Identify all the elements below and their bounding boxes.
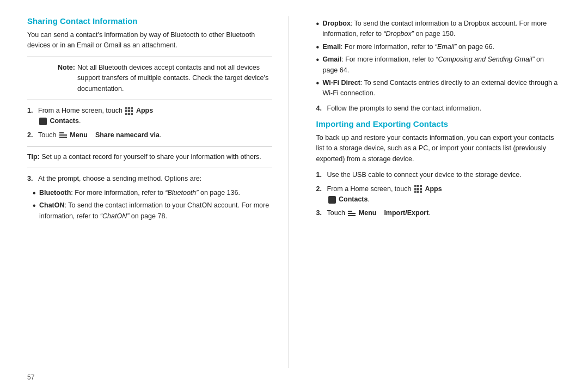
right-step-3-content: Touch Menu Import/Export.: [327, 208, 561, 218]
left-bullet-list: • Bluetooth: For more information, refer…: [33, 188, 272, 222]
contacts-icon: [39, 118, 47, 125]
tip-block: Tip: Set up a contact record for yoursel…: [27, 152, 272, 162]
bluetooth-text-after: on page 136.: [198, 189, 240, 197]
gmail-label: Gmail: [323, 56, 342, 63]
right-step-4: 4. Follow the prompts to send the contac…: [316, 103, 561, 114]
step-3-right-period: .: [428, 209, 430, 217]
dropbox-text-after: on page 150.: [414, 30, 455, 38]
bullet-dot-6: •: [316, 78, 323, 88]
step-3: 3. At the prompt, choose a sending metho…: [27, 174, 272, 184]
bullet-dot-3: •: [316, 19, 323, 29]
step-1-content: From a Home screen, touch Apps Contacts.: [38, 106, 272, 127]
right-section-intro: To back up and restore your contacts inf…: [316, 133, 561, 164]
right-step-2-content: From a Home screen, touch Apps Contacts.: [327, 184, 561, 205]
email-label: Email: [323, 43, 341, 51]
page-number: 57: [27, 373, 561, 381]
step-3-num: 3.: [27, 174, 38, 184]
bullet-bluetooth: • Bluetooth: For more information, refer…: [33, 188, 272, 198]
left-column: Sharing Contact Information You can send…: [27, 16, 289, 368]
bluetooth-label: Bluetooth: [39, 189, 71, 197]
email-text-after: on page 66.: [456, 43, 494, 51]
bullet-dot-4: •: [316, 42, 323, 52]
note-block: Note: Not all Bluetooth devices accept c…: [27, 63, 272, 94]
bullet-text-bluetooth: Bluetooth: For more information, refer t…: [39, 188, 272, 198]
steps-list: 1. From a Home screen, touch Apps Contac…: [27, 106, 272, 140]
dropbox-label: Dropbox: [323, 20, 351, 27]
bluetooth-italic: “Bluetooth”: [165, 189, 198, 197]
email-italic: “Email”: [435, 43, 457, 51]
chaton-label: ChatON: [39, 201, 65, 209]
bullet-text-dropbox: Dropbox: To send the contact information…: [323, 19, 561, 40]
bluetooth-text-before: : For more information, refer to: [71, 189, 165, 197]
note-label: Note:: [58, 64, 75, 71]
step-4-num: 4.: [316, 103, 327, 114]
bullet-text-wifidirect: Wi-Fi Direct: To send Contacts entries d…: [323, 78, 561, 99]
note-text: Note: Not all Bluetooth devices accept c…: [27, 63, 272, 94]
right-step-1-content: Use the USB cable to connect your device…: [327, 170, 561, 180]
step-1: 1. From a Home screen, touch Apps Contac…: [27, 106, 272, 127]
divider-1: [27, 57, 272, 57]
menu-icon-2: [348, 211, 356, 216]
page: Sharing Contact Information You can send…: [0, 0, 588, 392]
chaton-italic: “ChatON”: [100, 212, 129, 220]
right-bullet-list: • Dropbox: To send the contact informati…: [316, 19, 561, 99]
bullet-text-chaton: ChatON: To send the contact information …: [39, 200, 272, 222]
step-2: 2. Touch Menu Share namecard via.: [27, 130, 272, 140]
apps-label: Apps: [136, 107, 153, 114]
tip-label: Tip:: [27, 153, 40, 161]
step-1-num: 1.: [27, 106, 38, 116]
apps-grid-icon-2: [414, 185, 422, 193]
left-section-title: Sharing Contact Information: [27, 16, 272, 26]
right-step-3-num: 3.: [316, 208, 327, 218]
bullet-dot-1: •: [33, 188, 39, 198]
bullet-text-email: Email: For more information, refer to “E…: [323, 42, 561, 52]
contacts-icon-2: [328, 196, 336, 204]
bullet-dropbox: • Dropbox: To send the contact informati…: [316, 19, 561, 40]
dropbox-italic: “Dropbox”: [383, 30, 414, 38]
content-columns: Sharing Contact Information You can send…: [27, 16, 561, 368]
divider-2: [27, 100, 272, 100]
gmail-text-before: : For more information, refer to: [341, 56, 436, 63]
step-2-num: 2.: [27, 130, 38, 140]
gmail-italic: “Composing and Sending Gmail”: [436, 56, 534, 63]
bullet-email: • Email: For more information, refer to …: [316, 42, 561, 52]
left-intro-text: You can send a contact's information by …: [27, 30, 272, 51]
chaton-text-after: on page 78.: [129, 212, 167, 220]
email-text-before: : For more information, refer to: [341, 43, 435, 51]
step-2-content: Touch Menu Share namecard via.: [38, 130, 272, 140]
bullet-chaton: • ChatON: To send the contact informatio…: [33, 200, 272, 222]
bullet-wifidirect: • Wi-Fi Direct: To send Contacts entries…: [316, 78, 561, 99]
step-2-period: .: [160, 131, 161, 139]
right-column: • Dropbox: To send the contact informati…: [311, 16, 561, 368]
divider-4: [27, 168, 272, 168]
right-step-1-num: 1.: [316, 170, 327, 180]
bullet-text-gmail: Gmail: For more information, refer to “C…: [323, 54, 561, 76]
right-section-title: Importing and Exporting Contacts: [316, 119, 561, 128]
menu-label: Menu: [70, 131, 88, 139]
share-namecard-label: Share namecard via: [95, 131, 160, 139]
right-step-2: 2. From a Home screen, touch Apps Contac…: [316, 184, 561, 205]
menu-icon: [59, 132, 67, 138]
bullet-dot-2: •: [33, 200, 39, 211]
bullet-dot-5: •: [316, 54, 323, 65]
import-export-label: Import/Export: [384, 209, 428, 217]
right-step-2-num: 2.: [316, 184, 327, 194]
bullet-gmail: • Gmail: For more information, refer to …: [316, 54, 561, 76]
right-step-1: 1. Use the USB cable to connect your dev…: [316, 170, 561, 180]
right-apps-label: Apps: [425, 185, 442, 193]
wifidirect-label: Wi-Fi Direct: [323, 79, 360, 87]
tip-text: Set up a contact record for yourself to …: [41, 153, 261, 161]
note-body: Not all Bluetooth devices accept contact…: [77, 63, 272, 94]
divider-3: [27, 146, 272, 146]
right-step-3: 3. Touch Menu Import/Export.: [316, 208, 561, 218]
right-contacts-label: Contacts: [339, 195, 367, 203]
right-steps-list: 1. Use the USB cable to connect your dev…: [316, 170, 561, 219]
right-menu-label: Menu: [359, 209, 377, 217]
step-4-content: Follow the prompts to send the contact i…: [327, 103, 561, 114]
apps-grid-icon: [125, 107, 133, 115]
step-3-content: At the prompt, choose a sending method. …: [38, 174, 272, 184]
contacts-label: Contacts: [50, 117, 78, 125]
